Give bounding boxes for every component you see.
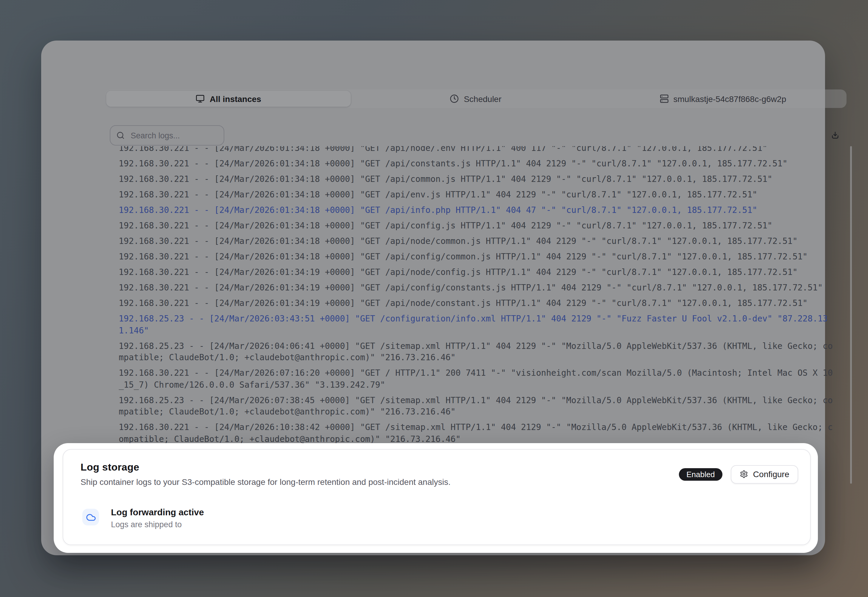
status-badge: Enabled — [679, 468, 722, 480]
forwarding-subtitle: Logs are shipped to — [111, 520, 204, 529]
gear-icon — [740, 470, 748, 478]
cloud-icon — [86, 512, 96, 522]
log-forwarding-row: Log forwarding active Logs are shipped t… — [82, 509, 204, 529]
configure-label: Configure — [753, 469, 789, 479]
screen: All instances Scheduler smulkastje-54c87… — [0, 0, 868, 597]
log-storage-text: Log storage Ship container logs to your … — [80, 462, 450, 487]
panel-description: Ship container logs to your S3-compatibl… — [80, 477, 450, 487]
log-storage-card: Log storage Ship container logs to your … — [62, 449, 811, 545]
log-storage-header: Log storage Ship container logs to your … — [63, 450, 810, 487]
panel-title: Log storage — [80, 462, 450, 474]
forwarding-title: Log forwarding active — [111, 507, 204, 517]
configure-button[interactable]: Configure — [731, 465, 798, 483]
log-storage-panel: Log storage Ship container logs to your … — [54, 443, 818, 553]
panel-controls: Enabled Configure — [679, 465, 798, 483]
log-forwarding-text: Log forwarding active Logs are shipped t… — [111, 509, 204, 529]
cloud-icon-tile — [82, 509, 99, 526]
